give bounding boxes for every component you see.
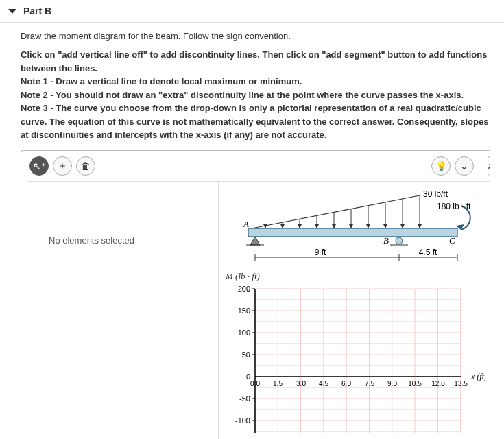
svg-text:13.5: 13.5 <box>454 380 468 388</box>
svg-marker-15 <box>332 224 336 228</box>
note-line: Click on "add vertical line off" to add … <box>21 48 490 75</box>
svg-marker-19 <box>400 224 405 228</box>
svg-text:150: 150 <box>238 307 250 315</box>
svg-text:9.0: 9.0 <box>387 380 397 388</box>
instruction-text: Draw the moment diagram for the beam. Fo… <box>21 31 490 41</box>
svg-rect-21 <box>248 228 457 237</box>
selection-message: No elements selected <box>36 194 208 246</box>
note-line: Note 3 - The curve you choose from the d… <box>21 102 490 142</box>
svg-text:6.0: 6.0 <box>341 380 351 388</box>
svg-text:1.5: 1.5 <box>273 380 283 388</box>
svg-text:0.0: 0.0 <box>250 380 260 388</box>
beam-diagram: A B C 30 lb/ft 180 lb · ft 9 ft 4.5 ft <box>224 189 478 271</box>
svg-text:50: 50 <box>242 351 250 359</box>
svg-marker-17 <box>366 224 370 228</box>
section-header[interactable]: Part B <box>0 0 504 23</box>
add-element-button[interactable]: ＋ <box>53 156 72 176</box>
plot-area[interactable]: A B C 30 lb/ft 180 lb · ft 9 ft 4.5 ft M… <box>219 182 490 440</box>
hint-button[interactable]: 💡 <box>431 156 451 176</box>
svg-text:4.5: 4.5 <box>319 380 328 388</box>
section-title: Part B <box>23 5 51 16</box>
y-axis-label: M (lb · ft) <box>226 271 485 282</box>
toolbar-right: 💡 ⌄ ↻ <box>431 156 488 176</box>
stage: No elements selected <box>27 181 490 440</box>
note-line: Note 2 - You should not draw an "extra" … <box>21 88 490 102</box>
svg-marker-12 <box>280 224 285 228</box>
body: Draw the moment diagram for the beam. Fo… <box>0 23 504 439</box>
svg-text:7.5: 7.5 <box>365 380 374 388</box>
side-panel: No elements selected <box>27 182 219 440</box>
redo-button[interactable]: ↻ <box>478 156 490 176</box>
svg-point-24 <box>396 237 403 244</box>
span2-label: 4.5 ft <box>419 248 437 257</box>
svg-marker-22 <box>250 237 260 245</box>
svg-marker-14 <box>315 224 319 228</box>
svg-text:100: 100 <box>238 329 250 337</box>
svg-line-0 <box>252 195 420 228</box>
svg-text:-100: -100 <box>235 416 250 425</box>
delete-button[interactable]: 🗑 <box>76 156 95 176</box>
svg-text:3.0: 3.0 <box>296 380 306 388</box>
notes-block: Click on "add vertical line off" to add … <box>21 48 490 142</box>
moment-label: 180 lb · ft <box>437 202 471 211</box>
svg-marker-13 <box>298 224 302 228</box>
svg-marker-16 <box>349 224 353 228</box>
svg-text:-50: -50 <box>239 394 250 403</box>
drawing-canvas: ↖⁺ ＋ 🗑 💡 ⌄ ↻ No elements selected <box>21 150 490 440</box>
collapse-icon <box>8 9 16 14</box>
point-a-label: A <box>243 219 249 229</box>
svg-text:200: 200 <box>238 285 250 293</box>
dropdown-button[interactable]: ⌄ <box>455 156 474 176</box>
svg-text:12.0: 12.0 <box>431 380 445 388</box>
svg-marker-18 <box>383 224 387 228</box>
svg-text:10.5: 10.5 <box>408 380 422 388</box>
cursor-tool-button[interactable]: ↖⁺ <box>29 156 49 176</box>
toolbar: ↖⁺ ＋ 🗑 💡 ⌄ ↻ <box>27 156 490 181</box>
svg-marker-20 <box>418 224 422 228</box>
point-b-label: B <box>383 235 389 246</box>
span1-label: 9 ft <box>315 248 326 257</box>
point-c-label: C <box>449 235 455 246</box>
load-label: 30 lb/ft <box>423 189 448 199</box>
moment-grid[interactable]: 200 150 100 50 0 -50 -100 0.0 1.5 3.0 4.… <box>224 282 485 440</box>
note-line: Note 1 - Draw a vertical line to denote … <box>21 75 490 88</box>
x-axis-label: x (ft) <box>470 372 485 381</box>
